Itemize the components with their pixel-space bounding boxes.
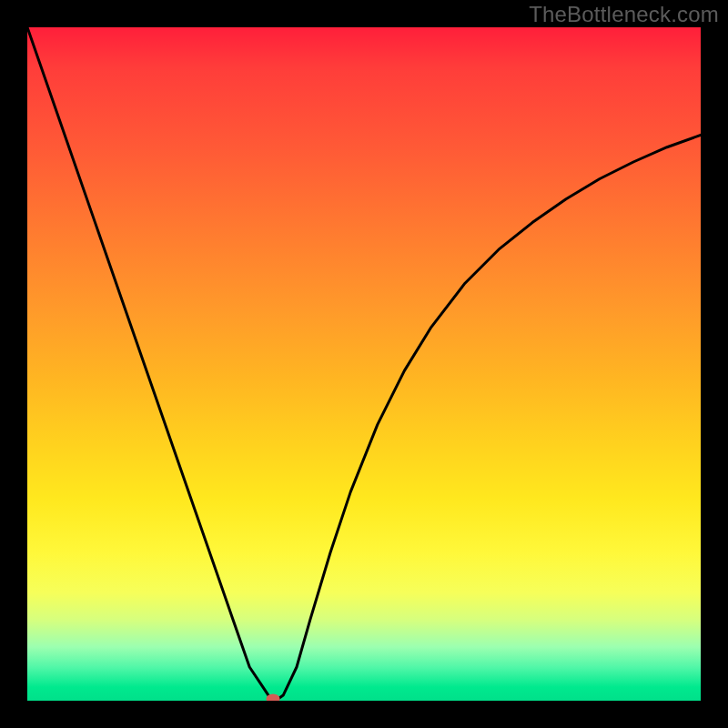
bottleneck-curve — [27, 27, 701, 701]
chart-frame: TheBottleneck.com — [0, 0, 728, 728]
optimum-marker — [267, 693, 280, 701]
watermark-text: TheBottleneck.com — [529, 2, 719, 27]
plot-area — [27, 27, 701, 701]
curve-path — [27, 27, 701, 700]
